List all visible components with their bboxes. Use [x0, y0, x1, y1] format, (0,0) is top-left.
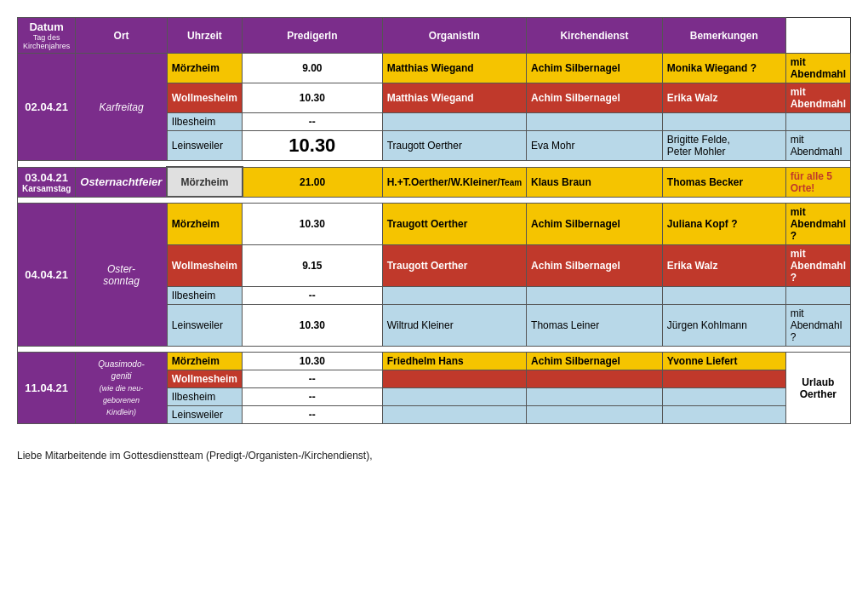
- organist-cell: [527, 370, 663, 388]
- time-cell: 9.00: [243, 54, 383, 83]
- urlaub-cell: Urlaub Oerther: [785, 353, 850, 424]
- bem-cell: [785, 113, 850, 131]
- col-ort: Ort: [76, 18, 168, 54]
- kd-cell: Jürgen Kohlmann: [662, 305, 785, 347]
- organist-cell: Achim Silbernagel: [527, 353, 663, 370]
- kd-cell: Erika Walz: [662, 83, 785, 113]
- location-cell: Leinsweiler: [167, 305, 242, 347]
- organist-cell: [527, 287, 663, 305]
- location-cell: Ilbesheim: [167, 113, 242, 131]
- location-cell: Wollmesheim: [167, 245, 242, 287]
- col-kirchendienst: Kirchendienst: [527, 18, 663, 54]
- occasion-karfreitag: Karfreitag: [76, 54, 168, 161]
- col-uhrzeit: Uhrzeit: [167, 18, 242, 54]
- col-prediger: PredigerIn: [243, 18, 383, 54]
- time-cell: --: [243, 406, 383, 424]
- table-row-osternacht: 03.04.21 Karsamstag Osternachtfeier Mörz…: [18, 167, 851, 197]
- prediger-cell: Traugott Oerther: [382, 131, 526, 161]
- organist-cell: [527, 113, 663, 131]
- table-row: 04.04.21 Oster-sonntag Mörzheim 10.30 Tr…: [18, 204, 851, 245]
- bem-osternacht: für alle 5 Orte!: [785, 167, 850, 197]
- kd-osternacht: Thomas Becker: [662, 167, 785, 197]
- location-cell: Ilbesheim: [167, 287, 242, 305]
- prediger-cell: Friedhelm Hans: [382, 353, 526, 370]
- location-cell: Mörzheim: [167, 54, 242, 83]
- time-cell: 10.30: [243, 83, 383, 113]
- occasion-osterso: Oster-sonntag: [76, 204, 168, 347]
- time-cell: 10.30: [243, 204, 383, 245]
- location-cell: Leinsweiler: [167, 406, 242, 424]
- prediger-cell: [382, 287, 526, 305]
- date-cell-osterso: 04.04.21: [18, 204, 76, 347]
- time-cell: 9.15: [243, 245, 383, 287]
- organist-cell: Achim Silbernagel: [527, 83, 663, 113]
- date-cell-karfreitag: 02.04.21: [18, 54, 76, 161]
- organist-cell: Thomas Leiner: [527, 305, 663, 347]
- bem-cell: mit Abendmahl ?: [785, 245, 850, 287]
- kd-cell: [662, 370, 785, 388]
- kd-cell: Juliana Kopf ?: [662, 204, 785, 245]
- time-cell: 10.30: [243, 131, 383, 161]
- location-cell: Mörzheim: [167, 204, 242, 245]
- prediger-cell: Traugott Oerther: [382, 245, 526, 287]
- footer-text: Liebe Mitarbeitende im Gottesdienstteam …: [17, 450, 851, 462]
- prediger-cell: Matthias Wiegand: [382, 83, 526, 113]
- bem-cell: mit Abendmahl: [785, 54, 850, 83]
- occasion-quasi: Quasimodo-geniti(wie die neu-geborenenKi…: [76, 353, 168, 424]
- date-cell-quasi: 11.04.21: [18, 353, 76, 424]
- location-cell: Wollmesheim: [167, 370, 242, 388]
- loc-osternacht: Mörzheim: [167, 167, 242, 197]
- prediger-cell: Traugott Oerther: [382, 204, 526, 245]
- kd-cell: Monika Wiegand ?: [662, 54, 785, 83]
- organist-osternacht: Klaus Braun: [527, 167, 663, 197]
- organist-cell: Achim Silbernagel: [527, 204, 663, 245]
- kd-cell: [662, 113, 785, 131]
- kd-cell: [662, 406, 785, 424]
- organist-cell: Achim Silbernagel: [527, 245, 663, 287]
- bem-cell: mit Abendmahl ?: [785, 204, 850, 245]
- prediger-cell: Wiltrud Kleiner: [382, 305, 526, 347]
- separator-row: [18, 161, 851, 168]
- location-cell: Leinsweiler: [167, 131, 242, 161]
- time-cell: 10.30: [243, 353, 383, 370]
- prediger-cell: [382, 406, 526, 424]
- bem-cell: mit Abendmahl ?: [785, 305, 850, 347]
- prediger-cell: [382, 113, 526, 131]
- kd-cell: Erika Walz: [662, 245, 785, 287]
- kd-cell: [662, 388, 785, 406]
- organist-cell: Eva Mohr: [527, 131, 663, 161]
- col-bemerkungen: Bemerkungen: [662, 18, 785, 54]
- organist-cell: [527, 406, 663, 424]
- table-row: 11.04.21 Quasimodo-geniti(wie die neu-ge…: [18, 353, 851, 370]
- time-cell: --: [243, 287, 383, 305]
- organist-cell: [527, 388, 663, 406]
- location-cell: Mörzheim: [167, 353, 242, 370]
- kd-cell: Yvonne Liefert: [662, 353, 785, 370]
- time-cell: --: [243, 370, 383, 388]
- location-cell: Ilbesheim: [167, 388, 242, 406]
- kd-cell: [662, 287, 785, 305]
- table-row: 02.04.21 Karfreitag Mörzheim 9.00 Matthi…: [18, 54, 851, 83]
- separator-row: [18, 347, 851, 353]
- kd-cell: Brigitte Felde,Peter Mohler: [662, 131, 785, 161]
- time-cell: --: [243, 113, 383, 131]
- date-cell-karsamstag: 03.04.21 Karsamstag: [18, 167, 76, 197]
- prediger-osternacht: H.+T.Oerther/W.Kleiner/Team: [382, 167, 526, 197]
- col-datum: Datum Tag des Kirchenjahres: [18, 18, 76, 54]
- prediger-cell: [382, 370, 526, 388]
- separator-row: [18, 197, 851, 204]
- location-cell: Wollmesheim: [167, 83, 242, 113]
- time-cell: --: [243, 388, 383, 406]
- prediger-cell: Matthias Wiegand: [382, 54, 526, 83]
- time-cell: 10.30: [243, 305, 383, 347]
- prediger-cell: [382, 388, 526, 406]
- occasion-karsamstag: Osternachtfeier: [76, 167, 168, 197]
- bem-cell: mit Abendmahl: [785, 83, 850, 113]
- header-row: Datum Tag des Kirchenjahres Ort Uhrzeit …: [18, 18, 851, 54]
- bem-cell: mit Abendmahl: [785, 131, 850, 161]
- organist-cell: Achim Silbernagel: [527, 54, 663, 83]
- bem-cell: [785, 287, 850, 305]
- time-osternacht: 21.00: [243, 167, 383, 197]
- col-organist: OrganistIn: [382, 18, 526, 54]
- schedule-table: Datum Tag des Kirchenjahres Ort Uhrzeit …: [17, 17, 851, 424]
